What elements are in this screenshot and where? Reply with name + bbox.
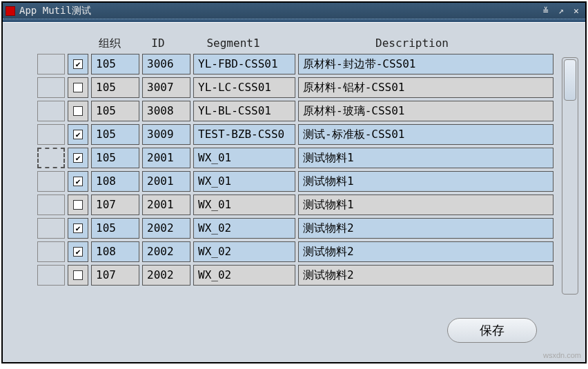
save-button[interactable]: 保存 [447, 318, 537, 343]
table-row: ✔1052002WX_02测试物料2 [37, 218, 553, 239]
header-id: ID [134, 37, 182, 51]
restore-button[interactable]: ↗ [555, 6, 567, 17]
window-body: 组织 ID Segment1 Description ✔1053006YL-FB… [3, 22, 585, 362]
watermark: wsxdn.com [543, 351, 581, 359]
row-checkbox[interactable] [68, 77, 88, 98]
cell-desc[interactable]: 测试物料1 [298, 171, 553, 192]
window-title: App Mutil测试 [19, 5, 91, 17]
header-org: 组织 [86, 37, 134, 51]
cell-org[interactable]: 105 [91, 124, 139, 145]
app-window: App Mutil测试 ≚ ↗ ✕ 组织 ID Segment1 Descrip… [1, 1, 587, 363]
cell-desc[interactable]: 测试物料2 [298, 265, 553, 286]
cell-id[interactable]: 3006 [142, 54, 190, 74]
row-marker[interactable] [37, 195, 65, 215]
checkbox-icon [73, 200, 83, 210]
grid-headers: 组织 ID Segment1 Description [37, 37, 553, 51]
cell-segment[interactable]: YL-BL-CSS01 [193, 101, 295, 121]
cell-org[interactable]: 108 [91, 171, 139, 192]
cell-org[interactable]: 105 [91, 218, 139, 239]
cell-desc[interactable]: 原材料-铝材-CSS01 [298, 77, 553, 98]
table-row: 1072001WX_01测试物料1 [37, 195, 553, 215]
cell-segment[interactable]: WX_01 [193, 195, 295, 215]
cell-desc[interactable]: 测试-标准板-CSS01 [298, 124, 553, 145]
checkbox-icon: ✔ [73, 153, 83, 163]
cell-desc[interactable]: 原材料-封边带-CSS01 [298, 54, 553, 74]
table-row: 1072002WX_02测试物料2 [37, 265, 553, 286]
row-marker[interactable] [37, 171, 65, 192]
cell-segment[interactable]: TEST-BZB-CSS0 [193, 124, 295, 145]
cell-id[interactable]: 3007 [142, 77, 190, 98]
row-checkbox[interactable] [68, 195, 88, 215]
cell-segment[interactable]: WX_02 [193, 218, 295, 239]
cell-org[interactable]: 107 [91, 195, 139, 215]
checkbox-icon: ✔ [73, 59, 83, 69]
header-desc: Description [284, 37, 540, 51]
cell-segment[interactable]: WX_01 [193, 171, 295, 192]
row-marker[interactable] [37, 148, 65, 168]
minimize-button[interactable]: ≚ [540, 6, 552, 17]
table-row: ✔1053009TEST-BZB-CSS0测试-标准板-CSS01 [37, 124, 553, 145]
checkbox-icon [73, 83, 83, 92]
cell-id[interactable]: 2002 [142, 265, 190, 286]
cell-org[interactable]: 108 [91, 241, 139, 262]
table-row: ✔1082002WX_02测试物料2 [37, 241, 553, 262]
checkbox-icon [73, 106, 83, 116]
cell-org[interactable]: 105 [91, 101, 139, 121]
row-checkbox[interactable]: ✔ [68, 148, 88, 168]
row-marker[interactable] [37, 241, 65, 262]
app-icon [6, 6, 15, 16]
row-marker[interactable] [37, 101, 65, 121]
cell-id[interactable]: 2001 [142, 148, 190, 168]
cell-desc[interactable]: 原材料-玻璃-CSS01 [298, 101, 553, 121]
cell-desc[interactable]: 测试物料1 [298, 148, 553, 168]
checkbox-icon: ✔ [73, 247, 83, 257]
row-checkbox[interactable]: ✔ [68, 54, 88, 74]
scroll-thumb[interactable] [564, 59, 576, 101]
table-row: ✔1052001WX_01测试物料1 [37, 148, 553, 168]
cell-desc[interactable]: 测试物料2 [298, 241, 553, 262]
row-marker[interactable] [37, 54, 65, 74]
cell-org[interactable]: 105 [91, 77, 139, 98]
row-marker[interactable] [37, 265, 65, 286]
cell-id[interactable]: 2002 [142, 218, 190, 239]
row-checkbox[interactable]: ✔ [68, 218, 88, 239]
close-button[interactable]: ✕ [570, 6, 582, 17]
row-marker[interactable] [37, 218, 65, 239]
cell-id[interactable]: 2001 [142, 171, 190, 192]
cell-id[interactable]: 3009 [142, 124, 190, 145]
table-row: 1053007YL-LC-CSS01原材料-铝材-CSS01 [37, 77, 553, 98]
row-checkbox[interactable] [68, 265, 88, 286]
checkbox-icon: ✔ [73, 130, 83, 139]
cell-id[interactable]: 2001 [142, 195, 190, 215]
checkbox-icon: ✔ [73, 177, 83, 186]
table-row: 1053008YL-BL-CSS01原材料-玻璃-CSS01 [37, 101, 553, 121]
cell-org[interactable]: 107 [91, 265, 139, 286]
cell-segment[interactable]: YL-FBD-CSS01 [193, 54, 295, 74]
data-grid: 组织 ID Segment1 Description ✔1053006YL-FB… [37, 37, 578, 295]
cell-org[interactable]: 105 [91, 148, 139, 168]
cell-id[interactable]: 2002 [142, 241, 190, 262]
table-row: ✔1082001WX_01测试物料1 [37, 171, 553, 192]
cell-id[interactable]: 3008 [142, 101, 190, 121]
table-row: ✔1053006YL-FBD-CSS01原材料-封边带-CSS01 [37, 54, 553, 74]
cell-segment[interactable]: WX_01 [193, 148, 295, 168]
cell-desc[interactable]: 测试物料1 [298, 195, 553, 215]
row-checkbox[interactable]: ✔ [68, 124, 88, 145]
row-checkbox[interactable]: ✔ [68, 171, 88, 192]
checkbox-icon [73, 270, 83, 280]
cell-org[interactable]: 105 [91, 54, 139, 74]
cell-segment[interactable]: YL-LC-CSS01 [193, 77, 295, 98]
vertical-scrollbar[interactable] [562, 57, 578, 295]
row-marker[interactable] [37, 77, 65, 98]
titlebar: App Mutil测试 ≚ ↗ ✕ [3, 3, 585, 19]
cell-segment[interactable]: WX_02 [193, 241, 295, 262]
row-checkbox[interactable] [68, 101, 88, 121]
row-checkbox[interactable]: ✔ [68, 241, 88, 262]
checkbox-icon: ✔ [73, 223, 83, 233]
cell-desc[interactable]: 测试物料2 [298, 218, 553, 239]
cell-segment[interactable]: WX_02 [193, 265, 295, 286]
header-segment: Segment1 [182, 37, 284, 51]
row-marker[interactable] [37, 124, 65, 145]
